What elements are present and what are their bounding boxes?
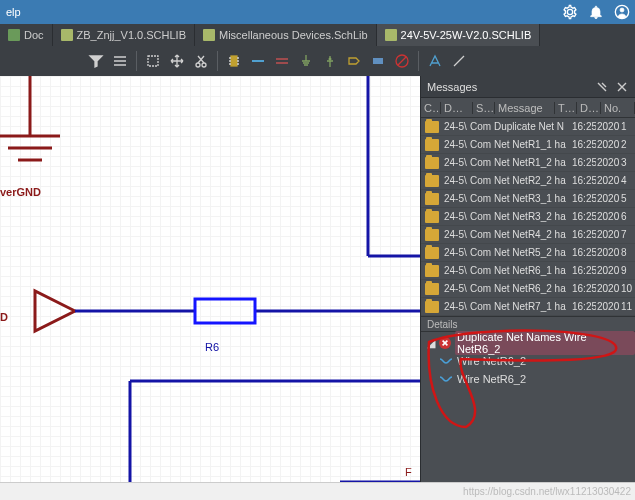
- refdes-label: R6: [205, 341, 219, 353]
- lib-icon: [203, 29, 215, 41]
- wire-icon: [439, 374, 453, 384]
- folder-icon: [425, 157, 439, 169]
- title-bar: elp: [0, 0, 635, 24]
- menu-help[interactable]: elp: [0, 6, 27, 18]
- messages-header[interactable]: Messages: [421, 76, 635, 98]
- svg-point-3: [196, 63, 200, 67]
- detail-row[interactable]: ◢Duplicate Net Names Wire NetR6_2: [421, 334, 635, 352]
- folder-icon: [425, 247, 439, 259]
- component-icon[interactable]: [223, 50, 245, 72]
- message-row[interactable]: 24-5\ Com Net NetR7_1 ha 16:25 2020 11: [421, 298, 635, 316]
- message-row[interactable]: 24-5\ Com Net NetR1_2 ha 16:25 2020 3: [421, 154, 635, 172]
- detail-row[interactable]: Wire NetR6_2: [421, 370, 635, 388]
- svg-point-6: [329, 58, 332, 61]
- wire-icon: [439, 356, 453, 366]
- chevron-down-icon: ◢: [427, 337, 435, 350]
- message-row[interactable]: 24-5\ Com Net NetR1_1 ha 16:25 2020 2: [421, 136, 635, 154]
- cut-icon[interactable]: [190, 50, 212, 72]
- message-row[interactable]: 24-5\ Com Net NetR5_2 ha 16:25 2020 8: [421, 244, 635, 262]
- svg-rect-17: [195, 299, 255, 323]
- messages-column-header[interactable]: Cl... Docu... So... Message Ti... Da... …: [421, 98, 635, 118]
- detail-text: Wire NetR6_2: [457, 355, 526, 367]
- error-icon: [439, 337, 451, 349]
- text-icon[interactable]: [424, 50, 446, 72]
- folder-icon: [425, 139, 439, 151]
- folder-icon: [425, 301, 439, 313]
- no-erc-icon[interactable]: [391, 50, 413, 72]
- doc-tab[interactable]: Miscellaneous Devices.SchLib: [195, 24, 377, 46]
- netlabel-icon[interactable]: [367, 50, 389, 72]
- line-icon[interactable]: [448, 50, 470, 72]
- status-bar: https://blog.csdn.net/lwx11213030422: [0, 482, 635, 500]
- gnd-label: verGND: [0, 186, 41, 198]
- lib-icon: [385, 29, 397, 41]
- folder-icon: [425, 229, 439, 241]
- bell-icon[interactable]: [587, 3, 605, 21]
- folder-icon: [425, 283, 439, 295]
- doc-tab-active[interactable]: 24V-5V-25W-V2.0.SCHLIB: [377, 24, 541, 46]
- message-row[interactable]: 24-5\ Com Net NetR4_2 ha 16:25 2020 7: [421, 226, 635, 244]
- message-row[interactable]: 24-5\ Com Net NetR3_1 ha 16:25 2020 5: [421, 190, 635, 208]
- schematic-toolbar: [0, 46, 635, 76]
- pin-icon[interactable]: [595, 80, 609, 94]
- lib-icon: [61, 29, 73, 41]
- gnd-icon[interactable]: [295, 50, 317, 72]
- power-icon[interactable]: [319, 50, 341, 72]
- message-row[interactable]: 24-5\ Com Net NetR2_2 ha 16:25 2020 4: [421, 172, 635, 190]
- user-icon[interactable]: [613, 3, 631, 21]
- message-row[interactable]: 24-5\ Com Net NetR3_2 ha 16:25 2020 6: [421, 208, 635, 226]
- port-label: D: [0, 311, 8, 323]
- message-row[interactable]: 24-5\ Com Net NetR6_1 ha 16:25 2020 9: [421, 262, 635, 280]
- folder-icon: [425, 121, 439, 133]
- gear-icon[interactable]: [561, 3, 579, 21]
- wire-icon[interactable]: [247, 50, 269, 72]
- detail-text: Duplicate Net Names Wire NetR6_2: [455, 331, 635, 355]
- status-url: https://blog.csdn.net/lwx11213030422: [463, 486, 631, 497]
- message-row[interactable]: 24-5\ Com Net NetR6_2 ha 16:25 2020 10: [421, 280, 635, 298]
- message-row[interactable]: 24-5\ Com Duplicate Net N 16:25 2020 1: [421, 118, 635, 136]
- folder-icon: [425, 211, 439, 223]
- filter-icon[interactable]: [85, 50, 107, 72]
- svg-point-4: [202, 63, 206, 67]
- svg-rect-5: [231, 56, 237, 66]
- schematic-canvas[interactable]: verGND D: [0, 76, 420, 482]
- messages-panel: Messages Cl... Docu... So... Message Ti.…: [420, 76, 635, 482]
- messages-title: Messages: [427, 81, 589, 93]
- doc-icon: [8, 29, 20, 41]
- select-rect-icon[interactable]: [142, 50, 164, 72]
- doc-tab[interactable]: Doc: [0, 24, 53, 46]
- doc-tab[interactable]: ZB_Znjj_V1.0.SCHLIB: [53, 24, 195, 46]
- svg-point-1: [620, 8, 624, 12]
- messages-list[interactable]: 24-5\ Com Duplicate Net N 16:25 2020 1 2…: [421, 118, 635, 316]
- document-tabs: Doc ZB_Znjj_V1.0.SCHLIB Miscellaneous De…: [0, 24, 635, 46]
- partial-label: F: [405, 466, 412, 478]
- schematic-drawing: verGND D: [0, 76, 420, 482]
- details-list[interactable]: ◢Duplicate Net Names Wire NetR6_2Wire Ne…: [421, 332, 635, 482]
- align-icon[interactable]: [109, 50, 131, 72]
- bus-icon[interactable]: [271, 50, 293, 72]
- svg-rect-2: [148, 56, 158, 66]
- detail-text: Wire NetR6_2: [457, 373, 526, 385]
- folder-icon: [425, 175, 439, 187]
- folder-icon: [425, 265, 439, 277]
- move-icon[interactable]: [166, 50, 188, 72]
- details-header: Details: [421, 316, 635, 332]
- folder-icon: [425, 193, 439, 205]
- close-icon[interactable]: [615, 80, 629, 94]
- svg-rect-7: [373, 58, 383, 64]
- port-icon[interactable]: [343, 50, 365, 72]
